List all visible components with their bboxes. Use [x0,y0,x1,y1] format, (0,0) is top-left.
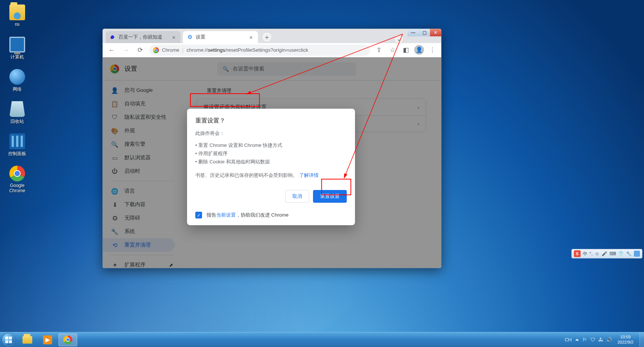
sidepanel-button[interactable]: ◧ [401,45,411,55]
sidebar-item-search-engine[interactable]: 🔍搜索引擎 [103,138,181,151]
sidebar-item-you-and-google[interactable]: 👤您与 Google [103,84,181,97]
restore-icon: ⟲ [111,241,118,249]
close-tab-button[interactable]: × [248,33,254,41]
back-button[interactable]: ← [106,45,117,55]
tray-lang-indicator[interactable]: CH [565,337,572,343]
reset-settings-button[interactable]: 重置设置 [313,190,347,203]
computer-icon [9,37,25,52]
section-title: 重置并清理 [207,87,416,94]
tray-date: 2022/9/2 [617,340,634,345]
maximize-button[interactable]: ▢ [419,29,430,36]
sidebar-item-extensions[interactable]: ✦扩展程序⬈ [103,258,181,268]
taskbar-item-explorer[interactable] [18,334,37,346]
chrome-icon [9,166,25,181]
settings-search[interactable]: 🔍 在设置中搜索 [217,62,356,76]
tab-label: 百度一下，你就知道 [118,34,168,40]
minimize-button[interactable]: — [407,29,419,36]
network-icon [9,69,25,85]
desktop-icon-ns[interactable]: ns [2,4,32,27]
explorer-icon [22,336,32,344]
current-settings-link[interactable]: 当前设置 [216,212,236,218]
baidu-favicon-icon [109,34,115,40]
learn-more-link[interactable]: 了解详情 [299,172,319,178]
desktop-icon-control-panel[interactable]: 控制面板 [2,133,32,157]
external-link-icon: ⬈ [169,262,173,268]
show-desktop-button[interactable] [640,332,644,347]
ime-keyboard-btn[interactable]: ⌨ [610,251,616,256]
address-bar[interactable]: Chrome | chrome://settings/resetProfileS… [149,45,370,56]
close-window-button[interactable]: ✕ [430,29,441,36]
forward-button[interactable]: → [121,45,131,55]
taskbar-item-chrome[interactable] [58,334,77,346]
close-tab-button[interactable]: × [171,33,177,41]
tray-expand-icon[interactable]: ⏶ [575,337,580,343]
new-tab-button[interactable]: ＋ [262,32,272,42]
media-player-icon: ▶ [43,335,52,344]
download-icon: ⬇ [111,201,118,208]
reload-button[interactable]: ⟳ [135,45,145,55]
extension-icon: ✦ [111,261,118,268]
palette-icon: 🎨 [111,127,118,135]
autofill-icon: 📋 [111,100,118,108]
tab-baidu[interactable]: 百度一下，你就知道 × [106,31,181,43]
sidebar-item-autofill[interactable]: 📋自动填充 [103,97,181,111]
ime-emoji-btn[interactable]: ☺ [595,251,599,256]
profile-button[interactable]: 👤 [414,45,424,55]
cancel-button[interactable]: 取消 [285,190,309,203]
sidebar-item-downloads[interactable]: ⬇下载内容 [103,198,181,211]
menu-button[interactable]: ⋮ [427,45,437,55]
tab-search-button[interactable]: ⌄ [394,34,404,44]
sidebar-item-languages[interactable]: 🌐语言 [103,184,181,198]
control-panel-icon [9,133,25,149]
person-icon: 👤 [111,87,118,94]
desktop-icon-label: 计算机 [2,54,32,60]
tab-settings[interactable]: ⚙ 设置 × [183,31,258,43]
ime-toolbar[interactable]: S 中 °, ☺ 🎤 ⌨ 👕 🔧 [571,249,643,259]
browser-icon: ▭ [111,154,118,162]
sidebar-item-appearance[interactable]: 🎨外观 [103,124,181,138]
system-tray: CH ⏶ 🏳 🛡 🖧 🔊 10:59 2022/9/2 [561,334,640,345]
desktop-icon-label: 网络 [2,86,32,93]
desktop-icon-label: ns [2,22,32,27]
ime-lang-toggle[interactable]: 中 [583,251,587,257]
toolbar: ← → ⟳ Chrome | chrome://settings/resetPr… [103,43,441,57]
url-chip: Chrome [162,47,179,53]
ime-grip-icon[interactable] [634,251,640,257]
desktop-icon-chrome[interactable]: Google Chrome [2,166,32,193]
ime-skin-btn[interactable]: 👕 [618,251,624,256]
desktop-icon-network[interactable]: 网络 [2,69,32,93]
share-button[interactable]: ⇪ [374,45,384,55]
tray-clock[interactable]: 10:59 2022/9/2 [615,334,636,345]
taskbar-item-media-player[interactable]: ▶ [38,334,57,346]
bookmark-button[interactable]: ☆ [387,45,398,55]
start-button[interactable] [0,332,17,347]
search-icon: 🔍 [223,66,229,72]
globe-icon: 🌐 [111,187,118,195]
settings-search-placeholder: 在设置中搜索 [233,66,264,72]
windows-logo-icon [2,334,15,346]
tray-flag-icon[interactable]: 🏳 [583,337,587,343]
desktop-icon-recycle-bin[interactable]: 回收站 [2,101,32,125]
tab-label: 设置 [196,34,245,40]
sidebar-item-reset[interactable]: ⟲重置并清理 [103,238,175,252]
tray-shield-icon[interactable]: 🛡 [590,337,595,343]
chrome-window: 百度一下，你就知道 × ⚙ 设置 × ＋ ⌄ — ▢ ✕ ← → ⟳ Chrom… [102,28,442,268]
chrome-icon [63,335,72,344]
settings-title: 设置 [124,64,137,73]
sidebar-item-system[interactable]: 🔧系统 [103,225,181,238]
ime-punct-btn[interactable]: °, [590,251,593,256]
tray-volume-icon[interactable]: 🔊 [606,337,612,343]
sidebar-item-default-browser[interactable]: ▭默认浏览器 [103,151,181,165]
report-checkbox[interactable]: ✓ [195,212,202,218]
ime-toolbox-btn[interactable]: 🔧 [626,251,632,256]
dialog-bullet-list: • 重置 Chrome 设置和 Chrome 快捷方式 • 停用扩展程序 • 删… [195,141,347,166]
reset-settings-dialog: 重置设置？ 此操作将会： • 重置 Chrome 设置和 Chrome 快捷方式… [187,109,355,225]
tray-network-icon[interactable]: 🖧 [598,337,603,343]
sidebar-item-accessibility[interactable]: ✪无障碍 [103,211,181,225]
settings-sidebar: 👤您与 Google 📋自动填充 🛡隐私设置和安全性 🎨外观 🔍搜索引擎 ▭默认… [103,81,181,268]
ime-mic-btn[interactable]: 🎤 [602,251,607,256]
ime-brand-icon: S [574,250,581,257]
desktop-icon-computer[interactable]: 计算机 [2,37,32,60]
sidebar-item-on-startup[interactable]: ⏻启动时 [103,165,181,178]
sidebar-item-privacy[interactable]: 🛡隐私设置和安全性 [103,111,181,124]
